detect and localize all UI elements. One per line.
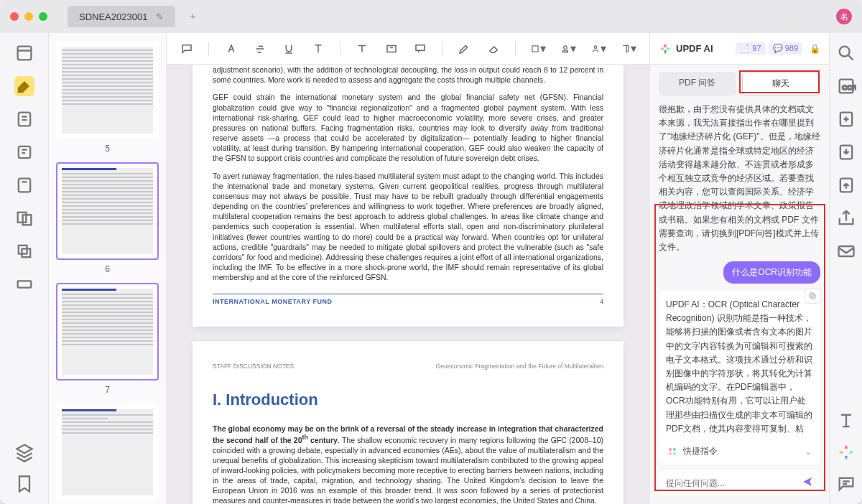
text-icon[interactable] — [355, 41, 369, 57]
search-icon[interactable] — [836, 43, 856, 63]
user-message: 什么是OCR识别功能 — [659, 261, 820, 284]
callout-icon[interactable] — [413, 41, 427, 57]
svg-point-16 — [669, 448, 672, 451]
footer-left: INTERNATIONAL MONETARY FUND — [213, 297, 333, 306]
chat-icon[interactable] — [836, 474, 856, 494]
section-heading: I. Introduction — [213, 389, 603, 411]
chat-input-row — [659, 470, 820, 495]
thumbnail-panel: 5 6 7 8 — [49, 33, 167, 504]
highlight-icon[interactable] — [14, 76, 34, 96]
sparkle-icon — [667, 447, 677, 457]
shape-icon[interactable]: ▾ — [530, 41, 546, 57]
form-icon[interactable] — [14, 142, 34, 162]
thumb-number: 5 — [56, 144, 159, 154]
upload-icon[interactable] — [836, 175, 856, 195]
copy-icon[interactable] — [805, 288, 820, 304]
tab-pdf-qa[interactable]: PDF 问答 — [659, 72, 736, 95]
tab-title: SDNEA2023001 — [79, 11, 147, 22]
svg-text:OCR: OCR — [842, 84, 856, 91]
layers-icon[interactable] — [14, 442, 34, 462]
svg-rect-7 — [22, 249, 30, 258]
pdf-page: STAFF DISCUSSION NOTES Geoeconomic Fragm… — [193, 341, 624, 504]
svg-point-12 — [564, 45, 567, 49]
ai-icon[interactable] — [836, 442, 856, 462]
credit-badge[interactable]: 📄 97 — [736, 42, 765, 55]
svg-rect-9 — [387, 45, 396, 52]
email-icon[interactable] — [836, 241, 856, 261]
tab-chat[interactable]: 聊天 — [742, 72, 821, 95]
page-organize-icon[interactable] — [14, 208, 34, 228]
document-tab[interactable]: SDNEA2023001 ✎ — [68, 6, 175, 27]
ai-message-card: UPDF AI：OCR (Optical Character Recogniti… — [659, 291, 820, 438]
svg-point-18 — [669, 452, 672, 455]
add-page-icon[interactable] — [836, 109, 856, 129]
edit-tab-icon[interactable]: ✎ — [156, 11, 164, 22]
text-tool-icon[interactable] — [836, 411, 856, 431]
updf-ai-logo-icon — [659, 42, 672, 55]
body-text: To avert runaway fragmentation, the rule… — [213, 171, 603, 283]
titlebar: SDNEA2023001 ✎ ＋ 名 — [0, 0, 862, 33]
text-style-icon[interactable] — [311, 41, 325, 57]
font-color-icon[interactable] — [223, 41, 238, 57]
quick-commands[interactable]: 快捷指令 ⌄ — [659, 438, 820, 465]
svg-rect-3 — [18, 179, 29, 192]
pencil-icon[interactable] — [457, 41, 471, 57]
add-tab-icon[interactable]: ＋ — [188, 10, 198, 23]
stamp-icon[interactable]: ▾ — [560, 41, 576, 57]
strikethrough-icon[interactable] — [253, 41, 267, 57]
chat-scroll[interactable]: 很抱歉，由于您没有提供具体的文档或文本来源，我无法直接指出作者在哪里提到了"地缘… — [650, 103, 829, 438]
thumb-number: 6 — [56, 264, 159, 274]
thumb-number: 7 — [56, 385, 159, 395]
svg-point-20 — [839, 47, 849, 57]
page-thumb[interactable] — [56, 162, 159, 260]
svg-point-13 — [594, 45, 597, 47]
lock-icon[interactable]: 🔒 — [810, 44, 820, 54]
ai-answer-text: UPDF AI：OCR (Optical Character Recogniti… — [666, 298, 813, 438]
redact-icon[interactable] — [14, 274, 34, 294]
comment-icon[interactable] — [180, 41, 194, 57]
chevron-down-icon: ⌄ — [805, 447, 812, 457]
svg-rect-6 — [18, 246, 27, 254]
svg-rect-15 — [810, 293, 814, 297]
quick-label: 快捷指令 — [683, 445, 718, 457]
svg-rect-11 — [532, 45, 538, 51]
body-text: The global economy may be on the brink o… — [213, 424, 603, 504]
share-icon[interactable] — [836, 208, 856, 228]
left-tool-rail — [0, 33, 49, 504]
send-icon[interactable] — [802, 476, 813, 490]
page-viewport[interactable]: adjustment scenario), with the addition … — [167, 65, 649, 504]
header-left: STAFF DISCUSSION NOTES — [213, 363, 294, 370]
underline-icon[interactable] — [282, 41, 296, 57]
note-icon[interactable] — [14, 109, 34, 129]
close-window[interactable] — [10, 12, 19, 21]
ocr-icon[interactable]: OCR — [836, 76, 856, 96]
edit-text-icon[interactable] — [14, 175, 34, 195]
page-number: 4 — [600, 297, 603, 306]
pdf-page: adjustment scenario), with the addition … — [193, 65, 624, 327]
maximize-window[interactable] — [39, 12, 47, 21]
credit-badge[interactable]: 💬 989 — [769, 42, 802, 55]
page-thumb[interactable] — [56, 283, 159, 381]
chat-input[interactable] — [666, 478, 802, 488]
ai-message: 很抱歉，由于您没有提供具体的文档或文本来源，我无法直接指出作者在哪里提到了"地缘… — [659, 103, 820, 254]
body-text: adjustment scenario), with the addition … — [213, 65, 603, 85]
crop-icon[interactable] — [14, 241, 34, 261]
minimize-window[interactable] — [24, 12, 33, 21]
eraser-icon[interactable] — [486, 41, 501, 57]
page-thumb[interactable] — [56, 42, 159, 139]
thumbnails-icon[interactable] — [14, 43, 34, 63]
page-thumb[interactable] — [56, 403, 159, 501]
svg-rect-10 — [416, 45, 425, 50]
bookmark-icon[interactable] — [14, 474, 34, 494]
svg-rect-26 — [838, 246, 853, 256]
svg-rect-14 — [811, 294, 815, 299]
body-text: GEF could strain the international monet… — [213, 92, 603, 163]
export-icon[interactable] — [836, 142, 856, 162]
header-right: Geoeconomic Fragmentation and the Future… — [436, 363, 603, 370]
svg-rect-8 — [17, 281, 31, 287]
svg-point-17 — [673, 448, 676, 451]
signature-icon[interactable]: ▾ — [590, 41, 606, 57]
user-avatar[interactable]: 名 — [836, 9, 852, 24]
textbox-icon[interactable] — [384, 41, 398, 57]
sticker-icon[interactable]: ▾ — [621, 41, 636, 57]
